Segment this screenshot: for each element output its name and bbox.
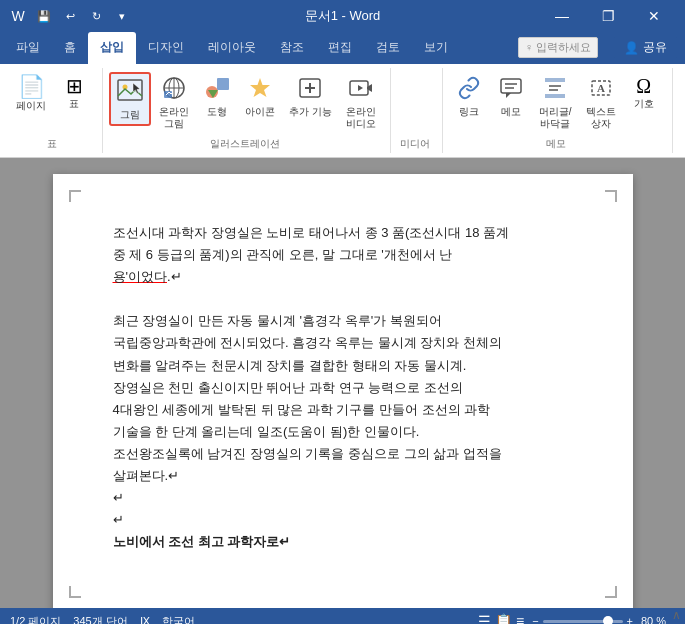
status-bar-right: ☰ 📋 ≡ − + 80 % — [478, 613, 675, 624]
group-links: 링크 메모 — [445, 68, 673, 153]
zoom-plus[interactable]: + — [627, 615, 633, 624]
group-pages: 📄 페이지 ⊞ 표 표 — [6, 68, 103, 153]
shapes-button[interactable]: 도형 — [197, 72, 237, 122]
textbox-icon: A — [588, 76, 614, 104]
symbol-label: 기호 — [634, 98, 654, 110]
add-in-label: 추가 기능 — [289, 106, 332, 118]
document-text[interactable]: 조선시대 과학자 장영실은 노비로 태어나서 종 3 품(조선시대 18 품계중… — [113, 222, 573, 553]
online-picture-icon — [161, 76, 187, 104]
svg-marker-17 — [358, 85, 363, 91]
tab-insert[interactable]: 삽입 — [88, 32, 136, 64]
icons-icon — [247, 76, 273, 104]
shapes-icon — [204, 76, 230, 104]
page-label: 페이지 — [16, 100, 46, 112]
group-illustrations-content: 그림 온라인그림 — [109, 68, 382, 134]
group-pages-label: 표 — [10, 134, 94, 153]
paragraph-bold: 노비에서 조선 최고 과학자로↵ — [113, 531, 573, 553]
web-icon[interactable]: ≡ — [516, 613, 524, 624]
header-footer-icon — [542, 76, 568, 104]
textbox-button[interactable]: A 텍스트상자 — [580, 72, 622, 134]
table-button[interactable]: ⊞ 표 — [54, 72, 94, 114]
track-icon[interactable]: Ⅸ — [140, 615, 150, 625]
symbol-button[interactable]: Ω 기호 — [624, 72, 664, 114]
share-button[interactable]: 👤 공유 — [614, 35, 677, 60]
margin-marker-bl — [69, 586, 81, 598]
group-pages-content: 📄 페이지 ⊞ 표 — [10, 68, 94, 134]
tab-layout[interactable]: 레이아웃 — [196, 32, 268, 64]
group-links-content: 링크 메모 — [449, 68, 664, 134]
underline-text: 용'이었다 — [113, 269, 167, 284]
group-media-label: 미디어 — [397, 134, 434, 153]
status-bar: 1/2 페이지 345개 단어 Ⅸ 한국어 ☰ 📋 ≡ − + 80 % — [0, 608, 685, 624]
svg-marker-19 — [506, 93, 511, 98]
online-video-icon — [348, 76, 374, 104]
add-in-button[interactable]: 추가 기능 — [283, 72, 338, 122]
title-bar-left: W 💾 ↩ ↻ ▾ — [8, 6, 132, 26]
tab-home[interactable]: 홈 — [52, 32, 88, 64]
tab-file[interactable]: 파일 — [4, 32, 52, 64]
redo-btn[interactable]: ↻ — [86, 6, 106, 26]
margin-marker-tr — [605, 190, 617, 202]
page-count: 1/2 페이지 — [10, 614, 61, 625]
restore-btn[interactable]: ❐ — [585, 0, 631, 32]
tab-references[interactable]: 참조 — [268, 32, 316, 64]
table-icon: ⊞ — [66, 76, 83, 96]
undo-btn[interactable]: ↩ — [60, 6, 80, 26]
view-icons: ☰ 📋 ≡ — [478, 613, 524, 624]
svg-text:A: A — [597, 82, 605, 94]
ribbon-content: 📄 페이지 ⊞ 표 표 — [0, 64, 685, 157]
search-box[interactable]: ♀ 입력하세요 — [518, 37, 598, 58]
window-controls: — ❐ ✕ — [539, 0, 677, 32]
comment-label: 메모 — [501, 106, 521, 118]
picture-icon — [116, 77, 144, 107]
save-btn[interactable]: 💾 — [34, 6, 54, 26]
header-footer-label: 머리글/바닥글 — [539, 106, 572, 130]
symbol-icon: Ω — [636, 76, 651, 96]
close-btn[interactable]: ✕ — [631, 0, 677, 32]
link-button[interactable]: 링크 — [449, 72, 489, 122]
more-btn[interactable]: ▾ — [112, 6, 132, 26]
print-icon[interactable]: 📋 — [495, 613, 512, 624]
zoom-slider[interactable]: − + — [532, 615, 633, 624]
comment-icon — [498, 76, 524, 104]
tab-design[interactable]: 디자인 — [136, 32, 196, 64]
word-icon: W — [8, 6, 28, 26]
group-links-label: 메모 — [449, 134, 664, 153]
ribbon-collapse-btn[interactable]: ∧ — [667, 606, 685, 624]
paragraph-1: 조선시대 과학자 장영실은 노비로 태어나서 종 3 품(조선시대 18 품계중… — [113, 222, 573, 288]
document-area: 조선시대 과학자 장영실은 노비로 태어나서 종 3 품(조선시대 18 품계중… — [0, 158, 685, 608]
ribbon: 파일 홈 삽입 디자인 레이아웃 참조 편집 검토 보기 ♀ 입력하세요 👤 공… — [0, 32, 685, 158]
online-picture-button[interactable]: 온라인그림 — [153, 72, 195, 134]
tab-mailings[interactable]: 편집 — [316, 32, 364, 64]
word-count: 345개 단어 — [73, 614, 127, 625]
window-title: 문서1 - Word — [305, 7, 381, 25]
svg-rect-23 — [545, 94, 565, 98]
minimize-btn[interactable]: — — [539, 0, 585, 32]
margin-marker-br — [605, 586, 617, 598]
tab-review[interactable]: 검토 — [364, 32, 412, 64]
slider-thumb[interactable] — [603, 616, 613, 624]
paragraph-3: ↵ — [113, 487, 573, 509]
slider-track[interactable] — [543, 620, 623, 623]
user-icon: 👤 — [624, 41, 639, 55]
paragraph-2: 최근 장영실이 만든 자동 물시계 '흠경각 옥루'가 복원되어국립중앙과학관에… — [113, 310, 573, 487]
online-video-button[interactable]: 온라인비디오 — [340, 72, 382, 134]
group-media: 미디어 — [393, 68, 443, 153]
link-icon — [456, 76, 482, 104]
add-in-icon — [297, 76, 323, 104]
picture-button[interactable]: 그림 — [109, 72, 151, 126]
tab-view[interactable]: 보기 — [412, 32, 460, 64]
header-footer-button[interactable]: 머리글/바닥글 — [533, 72, 578, 134]
zoom-minus[interactable]: − — [532, 615, 538, 624]
icons-button[interactable]: 아이콘 — [239, 72, 281, 122]
shapes-label: 도형 — [207, 106, 227, 118]
page-button[interactable]: 📄 페이지 — [10, 72, 52, 116]
layout-icon[interactable]: ☰ — [478, 613, 491, 624]
comment-button[interactable]: 메모 — [491, 72, 531, 122]
svg-rect-18 — [501, 79, 521, 93]
language[interactable]: 한국어 — [162, 614, 195, 625]
textbox-label: 텍스트상자 — [586, 106, 616, 130]
svg-rect-0 — [118, 80, 142, 100]
group-illustrations: 그림 온라인그림 — [105, 68, 391, 153]
document-page: 조선시대 과학자 장영실은 노비로 태어나서 종 3 품(조선시대 18 품계중… — [53, 174, 633, 608]
